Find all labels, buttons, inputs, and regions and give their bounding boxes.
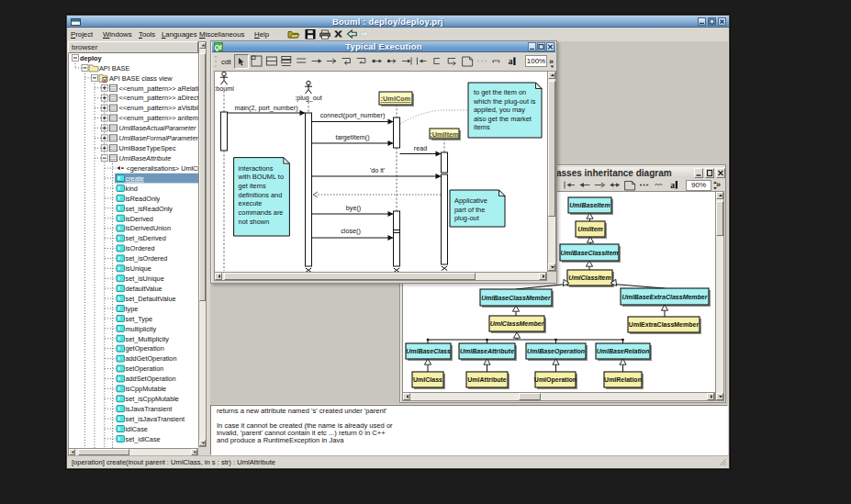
svg-text:set_Multiplicity: set_Multiplicity [126,335,170,343]
svg-text:UmlClass: UmlClass [413,376,442,383]
svg-text:read: read [414,144,427,152]
svg-text:with BOUML to: with BOUML to [238,173,284,181]
svg-text:UmlExtraClassMember: UmlExtraClassMember [629,321,700,328]
svg-text:set_isOrdered: set_isOrdered [126,254,168,263]
svg-text:interactions: interactions [239,164,274,173]
svg-text:UmlRelation: UmlRelation [604,376,642,383]
svg-text:API BASE: API BASE [99,64,129,73]
svg-text:definitions and: definitions and [239,191,283,199]
svg-text:part of the: part of the [454,206,485,214]
svg-text:set_DefaultValue: set_DefaultValue [126,295,176,303]
svg-text:<generalisations> UmlClassItem: <generalisations> UmlClassItem [127,164,199,173]
svg-text:<<enum_pattern>> aRelationKind: <<enum_pattern>> aRelationKind [119,84,199,93]
svg-text:not shown: not shown [239,218,270,226]
svg-text:execute: execute [239,199,263,207]
svg-text::UmlCom: :UmlCom [381,95,411,103]
svg-text:targetItem(): targetItem() [335,133,369,141]
svg-text:set_isCppMutable: set_isCppMutable [126,395,179,403]
svg-text:plug-out: plug-out [454,214,479,222]
svg-text:UmlBaseExtraClassMember: UmlBaseExtraClassMember [622,294,709,300]
svg-text:to get the item on: to get the item on [474,88,526,96]
svg-text:API BASE class view: API BASE class view [109,74,173,83]
svg-text:bye(): bye() [346,204,361,212]
svg-text:isCppMutable: isCppMutable [126,385,167,393]
svg-text::plug_out: :plug_out [295,94,322,102]
svg-text:which the plug-out is: which the plug-out is [473,97,536,106]
svg-text:type: type [126,305,139,313]
svg-text:isReadOnly: isReadOnly [126,195,161,203]
svg-text:UmlOperation: UmlOperation [534,376,577,384]
svg-text:UmlBaseClassMember: UmlBaseClassMember [481,295,552,301]
svg-text:'do it': 'do it' [370,166,386,174]
svg-text:<<enum_pattern>> anItemKind: <<enum_pattern>> anItemKind [119,114,199,122]
svg-text:UmlBaseItem: UmlBaseItem [569,202,610,208]
svg-text:isUnique: isUnique [126,264,151,273]
svg-text:connect(port_number): connect(port_number) [320,111,386,119]
svg-text:UmlBaseAttribute: UmlBaseAttribute [119,154,172,162]
svg-text:UmlBaseClassItem: UmlBaseClassItem [560,250,618,256]
svg-text:set_isReadOnly: set_isReadOnly [126,205,174,213]
svg-text:create: create [126,174,144,183]
svg-text:deploy: deploy [80,54,102,62]
svg-text:a: a [670,181,675,190]
svg-text:UmlBaseAttribute: UmlBaseAttribute [460,348,514,354]
svg-text:items: items [474,123,490,131]
svg-text:commands are: commands are [239,208,284,217]
svg-text:UmlBaseOperation: UmlBaseOperation [527,348,585,355]
svg-text:isOrdered: isOrdered [126,244,155,252]
svg-text::UmlItem: :UmlItem [430,130,459,139]
svg-text:isJavaTransient: isJavaTransient [126,405,173,413]
svg-text:get items: get items [239,182,266,190]
svg-text:UmlBaseRelation: UmlBaseRelation [597,348,650,354]
svg-text:UmlClassMember: UmlClassMember [490,320,545,327]
svg-text:set_isUnique: set_isUnique [126,274,164,283]
svg-text:set_Type: set_Type [126,315,153,323]
svg-text:<<enum_pattern>> aVisibility: <<enum_pattern>> aVisibility [119,104,199,112]
svg-text:UmlBaseClass: UmlBaseClass [406,348,451,354]
svg-text:multiplicity: multiplicity [126,325,157,333]
svg-text:UmlBaseActualParameter: UmlBaseActualParameter [119,124,197,132]
svg-text:Applicative: Applicative [454,196,487,205]
svg-text:UmlBaseTypeSpec: UmlBaseTypeSpec [119,144,176,152]
svg-text:UmlBaseFormalParameter: UmlBaseFormalParameter [119,134,199,142]
svg-text:<<enum_pattern>> aDirection: <<enum_pattern>> aDirection [119,94,199,102]
svg-text:defaultValue: defaultValue [126,285,162,293]
svg-text:applied, you may: applied, you may [474,106,525,114]
svg-text:close(): close() [341,227,361,235]
svg-text:UmlItem: UmlItem [577,226,603,232]
svg-text:UmlClassItem: UmlClassItem [568,274,610,281]
svg-text:setOperation: setOperation [126,364,164,373]
svg-text:addGetOperation: addGetOperation [126,354,177,363]
svg-text:also get the market: also get the market [474,115,532,123]
svg-text:addSetOperation: addSetOperation [126,375,176,383]
svg-text:set_isDerived: set_isDerived [126,234,166,242]
svg-text:getOperation: getOperation [126,344,164,353]
svg-text:Qt: Qt [215,44,222,51]
svg-text:isDerivedUnion: isDerivedUnion [126,224,171,232]
svg-text:isDerived: isDerived [126,215,153,223]
svg-text:set_idlCase: set_idlCase [126,435,161,443]
svg-text:set_isJavaTransient: set_isJavaTransient [126,415,185,423]
svg-text:main(2, port_number): main(2, port_number) [234,104,297,112]
svg-text:UmlAttribute: UmlAttribute [467,376,506,383]
svg-text:kind: kind [126,185,138,193]
svg-text:idlCase: idlCase [126,425,148,433]
svg-text:a: a [509,57,513,66]
